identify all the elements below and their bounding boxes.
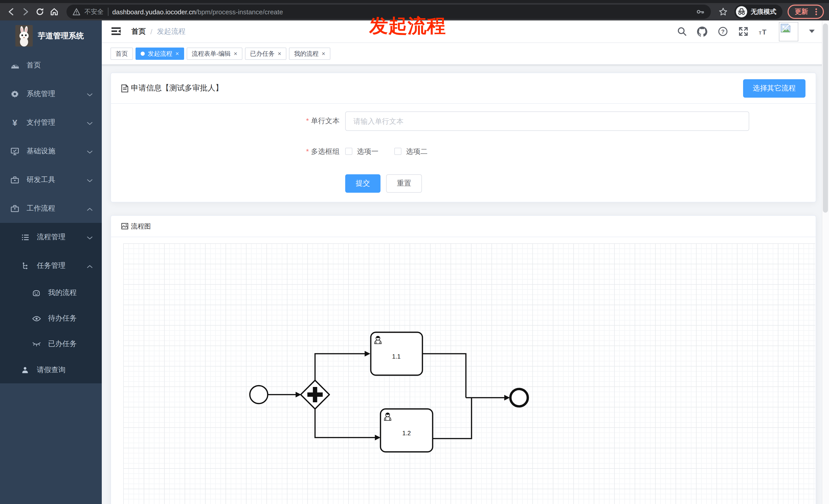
bpmn-canvas[interactable]: 1.1 1.2: [123, 243, 815, 504]
choose-other-process-button[interactable]: 选择其它流程: [743, 79, 805, 98]
tab-done-tasks[interactable]: 已办任务 ×: [245, 47, 286, 60]
sidebar-item-task-mgmt[interactable]: 任务管理: [0, 251, 102, 280]
sidebar-item-process-mgmt[interactable]: 流程管理: [0, 223, 102, 251]
search-icon[interactable]: [677, 26, 687, 37]
tab-my-process[interactable]: 我的流程 ×: [289, 47, 330, 60]
checkbox-option-1[interactable]: [345, 148, 352, 155]
password-key-icon[interactable]: [695, 7, 705, 16]
fullscreen-icon[interactable]: [738, 26, 748, 37]
app-title: 芋道管理系统: [38, 31, 84, 41]
card-title: 流程图: [131, 222, 151, 231]
checkbox-option-2-label[interactable]: 选项二: [406, 147, 428, 156]
sidebar-item-label: 任务管理: [37, 261, 66, 270]
single-line-text-input[interactable]: [345, 111, 749, 131]
tab-start-process[interactable]: 发起流程 ×: [136, 47, 184, 60]
avatar[interactable]: [779, 22, 798, 41]
close-icon[interactable]: ×: [175, 51, 179, 57]
checkbox-option-1-label[interactable]: 选项一: [357, 147, 379, 156]
tab-label: 流程表单-编辑: [192, 49, 231, 58]
chevron-down-icon: [87, 147, 93, 155]
list-icon: [21, 234, 30, 240]
sidebar-item-home[interactable]: 首页: [0, 51, 102, 80]
sidebar-item-label: 系统管理: [27, 89, 55, 99]
sidebar-item-todo-tasks[interactable]: 待办任务: [0, 306, 102, 331]
task-label: 1.2: [402, 430, 411, 436]
chevron-down-icon: [87, 176, 93, 184]
tab-label: 已办任务: [250, 49, 275, 58]
sidebar-item-leave-query[interactable]: 请假查询: [0, 357, 102, 383]
bookmark-star-icon[interactable]: [717, 6, 729, 18]
sidebar-item-label: 请假查询: [37, 365, 66, 375]
close-icon[interactable]: ×: [234, 51, 237, 57]
required-mark: *: [306, 147, 309, 155]
sidebar-collapse-icon[interactable]: [110, 26, 122, 37]
tab-process-form-edit[interactable]: 流程表单-编辑 ×: [187, 47, 243, 60]
top-navbar: 首页 / 发起流程 ? TT: [102, 21, 829, 43]
github-icon[interactable]: [697, 26, 707, 37]
forward-icon[interactable]: [20, 6, 32, 18]
screenshot-annotation: 发起流程: [369, 16, 446, 35]
sidebar-item-workflow[interactable]: 工作流程: [0, 194, 102, 223]
sidebar-item-system[interactable]: 系统管理: [0, 80, 102, 108]
application-info-card: 申请信息【测试多审批人】 选择其它流程 *单行文本 *多选框组 选项一 选项二 …: [110, 73, 816, 202]
home-icon[interactable]: [48, 6, 60, 18]
page-scrollbar[interactable]: [822, 21, 829, 504]
update-label: 更新: [795, 7, 808, 16]
sidebar-item-label: 研发工具: [27, 175, 55, 185]
reset-button[interactable]: 重置: [386, 174, 422, 193]
submit-button[interactable]: 提交: [345, 174, 381, 193]
browser-tab-strip: [0, 0, 829, 3]
arrowhead-icon: [504, 395, 510, 400]
yen-icon: ¥: [10, 118, 20, 127]
not-secure-warning-icon: [73, 8, 80, 15]
browser-update-button[interactable]: 更新: [788, 5, 824, 19]
help-icon[interactable]: ?: [718, 26, 728, 37]
breadcrumb-current: 发起流程: [157, 27, 186, 36]
bpmn-end-event: [510, 389, 528, 406]
gear-icon: [10, 90, 20, 98]
text-field-label: *单行文本: [111, 117, 339, 126]
sidebar: 芋道管理系统 首页 系统管理 ¥ 支付管理 基础设施: [0, 21, 102, 504]
card-header: 申请信息【测试多审批人】: [111, 73, 816, 104]
incognito-badge: 无痕模式: [734, 5, 783, 19]
sidebar-item-done-tasks[interactable]: 已办任务: [0, 331, 102, 357]
rabbit-logo-icon: [15, 25, 33, 46]
dashboard-icon: [10, 62, 20, 69]
breadcrumb-home[interactable]: 首页: [132, 27, 146, 36]
tab-label: 发起流程: [148, 49, 172, 58]
chevron-up-icon: [87, 262, 93, 270]
svg-text:?: ?: [721, 28, 724, 35]
sidebar-item-my-process[interactable]: 我的流程: [0, 280, 102, 306]
user-icon: [21, 366, 30, 374]
sidebar-item-payment[interactable]: ¥ 支付管理: [0, 108, 102, 137]
sidebar-item-infrastructure[interactable]: 基础设施: [0, 137, 102, 166]
kebab-menu-icon[interactable]: [812, 8, 820, 16]
flow-task1-end: [423, 354, 466, 398]
bpmn-start-event: [250, 386, 268, 403]
incognito-label: 无痕模式: [751, 7, 776, 16]
url-text[interactable]: dashboard.yudao.iocoder.cn/bpm/process-i…: [112, 8, 283, 15]
back-icon[interactable]: [5, 6, 17, 18]
chevron-up-icon: [87, 204, 93, 212]
main-area: 首页 / 发起流程 ? TT: [102, 21, 829, 504]
close-icon[interactable]: ×: [278, 51, 281, 57]
close-icon[interactable]: ×: [322, 51, 325, 57]
font-size-icon[interactable]: TT: [758, 26, 769, 37]
card-header: 流程图: [111, 216, 816, 237]
eye-closed-icon: [32, 342, 41, 347]
monitor-icon: [10, 148, 20, 155]
checkbox-group-label: *多选框组: [111, 147, 339, 156]
scrollbar-thumb[interactable]: [823, 24, 828, 212]
app-logo[interactable]: 芋道管理系统: [0, 21, 102, 51]
security-label[interactable]: 不安全: [84, 7, 104, 16]
omnibox-divider: [108, 8, 108, 16]
document-icon: [121, 84, 129, 92]
tab-home[interactable]: 首页: [110, 47, 133, 60]
briefcase-icon: [10, 205, 20, 212]
avatar-caret-icon[interactable]: [808, 26, 815, 37]
sidebar-item-label: 支付管理: [27, 118, 55, 127]
checkbox-option-2[interactable]: [394, 148, 401, 155]
breadcrumb: 首页 / 发起流程: [132, 21, 186, 42]
sidebar-item-devtools[interactable]: 研发工具: [0, 166, 102, 194]
reload-icon[interactable]: [34, 6, 46, 18]
